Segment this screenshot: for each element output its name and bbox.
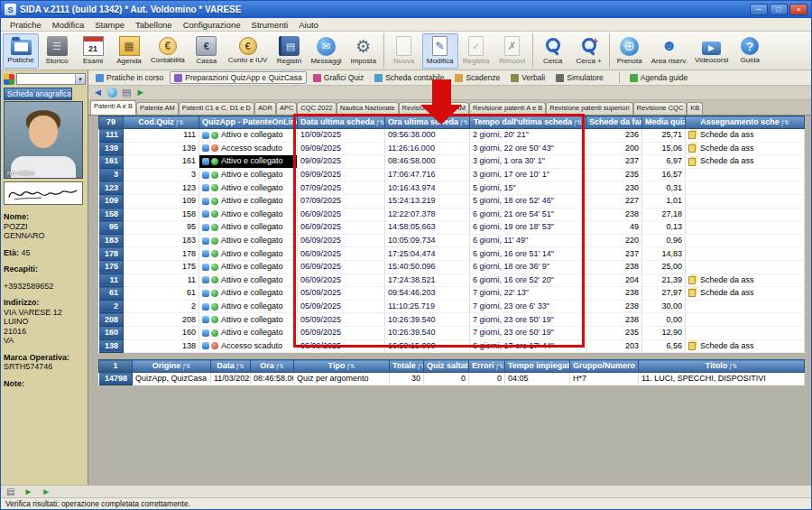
row-number-cell[interactable]: 160 (99, 326, 124, 339)
column-header-ora-ultima-scheda[interactable]: Ora ultima schedaƒ⇅ (385, 116, 470, 129)
simulatore-tab[interactable]: Simulatore (551, 71, 608, 84)
pratiche-in-corso-tab[interactable]: Pratiche in corso (91, 71, 168, 84)
column-header-data-ultima-scheda[interactable]: Data ultima schedaƒ⇅ (298, 116, 385, 129)
forward-green-icon[interactable]: ► (42, 487, 51, 496)
column-header-tipo[interactable]: Tipoƒ⇅ (294, 360, 390, 373)
tab-revisione-patenti-superiori[interactable]: Revisione patenti superiori (546, 102, 632, 115)
guida-button[interactable]: Guida (732, 33, 768, 69)
row-number-cell[interactable]: 11 (99, 274, 124, 287)
tab-patenti-c1-e-c-d1-e-d[interactable]: Patenti C1 e C, D1 e D (179, 102, 254, 115)
agenda-button[interactable]: Agenda (111, 33, 147, 69)
menu-item-pratiche[interactable]: Pratiche (5, 20, 47, 30)
scheda-contabile-tab[interactable]: Scheda contabile (370, 71, 448, 84)
tab-patente-am[interactable]: Patente AM (136, 102, 179, 115)
preparazioni-quizapp-e-quizcasa-tab[interactable]: Preparazioni QuizApp e QuizCasa (170, 71, 306, 84)
column-header-cod-quiz[interactable]: Cod.Quizƒ⇅ (124, 116, 199, 129)
area-riserv-button[interactable]: Area riserv. (648, 33, 691, 69)
cassa-button[interactable]: Cassa (189, 33, 225, 69)
tab-revisione-patenti-am[interactable]: Revisione patenti AM (399, 102, 469, 115)
menu-item-modifica[interactable]: Modifica (47, 20, 89, 30)
contabilit-button[interactable]: Contabilità (147, 33, 189, 69)
row-number-cell[interactable]: 178 (99, 247, 124, 261)
modifica-button[interactable]: Modifica (422, 33, 458, 69)
row-number-cell[interactable]: 138 (99, 339, 124, 353)
profile-combo[interactable]: ▼ (16, 73, 86, 85)
row-number-cell[interactable]: 139 (99, 142, 124, 155)
column-header-errori[interactable]: Erroriƒ⇅ (469, 360, 505, 373)
table-row[interactable]: 160160Attivo e collegato05/09/202510:26:… (99, 326, 805, 339)
sidebar-panel-title[interactable]: Scheda anagrafica (4, 88, 72, 100)
row-number-cell[interactable]: 158 (99, 208, 124, 221)
column-header-quiz-saltati[interactable]: Quiz saltatiƒ⇅ (424, 360, 469, 373)
back-icon[interactable]: ◄ (93, 88, 103, 97)
column-header-gruppo-numero[interactable]: Gruppo/Numeroƒ⇅ (570, 360, 639, 373)
minimize-button[interactable]: ─ (750, 4, 768, 15)
table-row[interactable]: 6161Attivo e collegato05/09/202509:54:46… (99, 287, 805, 301)
table-row[interactable]: 1111Attivo e collegato06/09/202517:24:38… (99, 274, 805, 287)
column-header-ora[interactable]: Oraƒ⇅ (251, 360, 294, 373)
table-row[interactable]: 22Attivo e collegato05/09/202511:10:25.7… (99, 300, 805, 313)
menu-item-strumenti[interactable]: Strumenti (246, 20, 294, 30)
table-row[interactable]: 139139Accesso scaduto09/09/202511:26:16.… (99, 142, 805, 155)
storico-button[interactable]: Storico (39, 33, 75, 69)
pinwheel-icon[interactable] (4, 74, 14, 85)
tab-patenti-a-e-b[interactable]: Patenti A e B (90, 100, 136, 115)
table-row[interactable]: 183183Attivo e collegato06/09/202510:05:… (99, 234, 805, 247)
scadenze-tab[interactable]: Scadenze (450, 71, 504, 84)
row-number-cell[interactable]: 2 (99, 300, 124, 313)
tab-kb[interactable]: KB (687, 102, 703, 115)
tab-adr[interactable]: ADR (254, 102, 276, 115)
column-header-tempo-impiegato[interactable]: Tempo impiegatoƒ⇅ (505, 360, 570, 373)
row-number-cell[interactable]: 208 (99, 313, 124, 327)
forward-icon[interactable]: ► (135, 88, 145, 97)
videocorsi-button[interactable]: Videocorsi (691, 33, 732, 69)
row-number-cell[interactable]: 111 (99, 129, 124, 143)
pratiche-button[interactable]: Pratiche (3, 33, 39, 69)
table-row[interactable]: 33Attivo e collegato09/09/202517:06:47.7… (99, 168, 805, 181)
table-row[interactable]: 123123Attivo e collegato07/09/202510:16:… (99, 181, 805, 195)
table-row[interactable]: 158158Attivo e collegato06/09/202512:22:… (99, 208, 805, 221)
row-number-cell[interactable]: 183 (99, 234, 124, 247)
close-button[interactable]: × (789, 4, 807, 15)
maximize-button[interactable]: □ (770, 4, 788, 15)
row-number-cell[interactable]: 95 (99, 221, 124, 235)
column-header-media-quiz-generale[interactable]: Media quiz generaleƒ⇅ (642, 116, 686, 129)
messaggi-button[interactable]: Messaggi (307, 33, 345, 69)
report-icon[interactable]: ▤ (6, 487, 14, 496)
prenota-button[interactable]: Prenota (612, 33, 648, 69)
table-row[interactable]: 14798QuizApp, QuizCasa11/03/202508:46:58… (99, 373, 805, 385)
tab-revisione-patenti-a-e-b[interactable]: Revisione patenti A e B (469, 102, 546, 115)
table-row[interactable]: 9595Attivo e collegato06/09/202514:58:05… (99, 221, 805, 235)
menu-item-tabellone[interactable]: Tabellone (130, 20, 178, 30)
table-row[interactable]: 109109Attivo e collegato07/09/202515:24:… (99, 194, 805, 208)
cerca-button[interactable]: +Cerca + (571, 33, 607, 69)
row-number-cell[interactable]: 123 (99, 181, 124, 195)
column-header-data[interactable]: Dataƒ⇅ (211, 360, 251, 373)
send-icon[interactable]: ► (23, 487, 32, 496)
table-row[interactable]: 175175Attivo e collegato06/09/202515:40:… (99, 260, 805, 274)
tab-apc[interactable]: APC (276, 102, 297, 115)
row-number-cell[interactable]: 3 (99, 168, 124, 181)
conto-e-iuv-button[interactable]: Conto e IUV (225, 33, 272, 69)
menu-item-stampe[interactable]: Stampe (89, 20, 130, 30)
column-header-tempo-dall-ultima-scheda[interactable]: Tempo dall'ultima schedaƒ⇅ (470, 116, 586, 129)
esami-button[interactable]: Esami (75, 33, 111, 69)
globe-small-icon[interactable] (107, 88, 117, 97)
table-row[interactable]: 208208Attivo e collegato05/09/202510:26:… (99, 313, 805, 327)
column-header-titolo[interactable]: Titoloƒ⇅ (639, 360, 805, 373)
row-number-cell[interactable]: 161 (99, 155, 124, 169)
tab-nautica-nazionale[interactable]: Nautica Nazionale (337, 102, 399, 115)
row-number-cell[interactable]: 61 (99, 287, 124, 301)
menu-item-configurazione[interactable]: Configurazione (178, 20, 246, 30)
menu-item-aiuto[interactable]: Aiuto (293, 20, 324, 30)
verbali-tab[interactable]: Verbali (506, 71, 549, 84)
cerca-button[interactable]: Cerca (535, 33, 571, 69)
imposta-button[interactable]: Imposta (346, 33, 382, 69)
agenda-guide-tab[interactable]: Agenda guide (625, 71, 692, 84)
grafici-quiz-tab[interactable]: Grafici Quiz (309, 71, 368, 84)
tab-cqc-2022[interactable]: CQC 2022 (297, 102, 336, 115)
column-header-origine[interactable]: Origineƒ⇅ (133, 360, 211, 373)
table-row[interactable]: 161161Attivo e collegato09/09/202508:46:… (99, 155, 805, 169)
list-icon[interactable]: ▤ (122, 88, 131, 97)
table-row[interactable]: 111111Attivo e collegato10/09/202509:56:… (99, 129, 805, 143)
